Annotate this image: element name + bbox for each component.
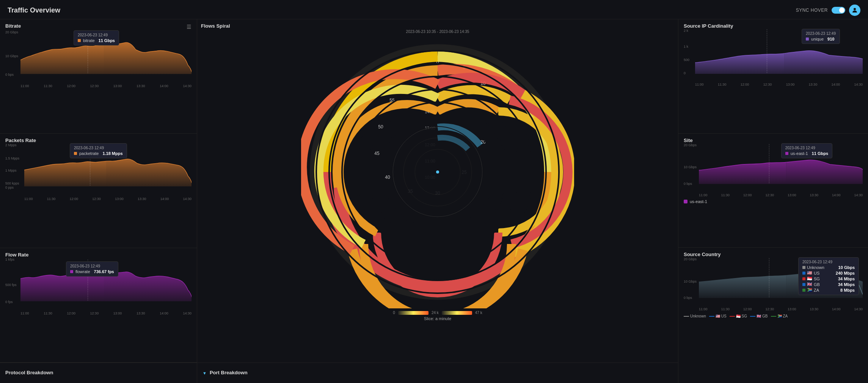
- source-ip-chart: [695, 29, 863, 74]
- packets-y-min: 0 pps: [5, 186, 14, 189]
- header-controls: SYNC HOVER: [796, 5, 860, 16]
- site-chart: [699, 143, 863, 185]
- flowrate-chart: [20, 258, 191, 303]
- bitrate-y-max: 20 Gbps: [5, 30, 18, 34]
- bitrate-chart-area: 20 Gbps 10 Gbps 0 bps: [5, 30, 191, 83]
- flowrate-y-max: 1 kfps: [5, 258, 14, 261]
- spiral-svg: 0 5 10 15 20 25 30 35 40 45 50 55 14:00 …: [301, 36, 574, 308]
- spiral-legend-mid: 24 k: [432, 311, 439, 315]
- site-x-axis: 11:0011:3012:0012:3013:0013:3014:0014:30: [684, 192, 863, 198]
- flowrate-x-axis: 11:0011:3012:0012:3013:0013:3014:0014:30: [5, 311, 191, 316]
- packets-panel: Packets Rate 2 Mpps 1.5 Mpps 1 Mpps 500 …: [0, 134, 197, 248]
- avatar[interactable]: [849, 5, 860, 16]
- sync-toggle[interactable]: [832, 7, 845, 14]
- flows-spiral-panel: Flows Spiral 2023-06-23 10:35 - 2023-06-…: [197, 19, 678, 383]
- packets-chart: [24, 143, 191, 189]
- right-column: Source IP Cardinality 2 k 1 k 500 0: [678, 19, 868, 383]
- port-breakdown-panel: ▼ Port Breakdown: [197, 363, 678, 383]
- packets-y-3: 500 kpps: [5, 181, 19, 185]
- legend-unknown: Unknown: [684, 314, 706, 318]
- svg-text:45: 45: [374, 151, 380, 156]
- left-column: Bitrate ☰ 20 Gbps 10 Gbps 0 bps: [0, 19, 197, 383]
- packets-x-axis: 11:0011:3012:0012:3013:0013:3014:0014:30: [5, 196, 191, 202]
- spiral-legend-min: 0: [393, 311, 395, 315]
- flowrate-y-min: 0 fps: [5, 300, 13, 304]
- site-legend: us-east-1: [684, 199, 863, 204]
- source-country-chart: [699, 257, 863, 299]
- spiral-legend-gradient2: [442, 311, 472, 315]
- spiral-legend: 0 24 k 47 k: [393, 311, 482, 315]
- bitrate-title: Bitrate: [5, 23, 21, 29]
- svg-text:40: 40: [385, 175, 390, 180]
- site-legend-label: us-east-1: [690, 199, 707, 204]
- bitrate-menu-icon[interactable]: ☰: [187, 24, 191, 30]
- slice-label: Slice: a minute: [424, 316, 451, 321]
- bitrate-chart: [20, 30, 191, 76]
- site-title: Site: [684, 138, 693, 143]
- protocol-title: Protocol Breakdown: [5, 370, 53, 375]
- flowrate-panel: Flow Rate 1 kfps 500 fps 0 fps: [0, 248, 197, 363]
- bitrate-y-mid: 10 Gbps: [5, 54, 18, 58]
- packets-y-1: 1.5 Mpps: [5, 156, 19, 160]
- svg-point-0: [854, 8, 856, 10]
- packets-chart-area: 2 Mpps 1.5 Mpps 1 Mpps 500 kpps 0 pps: [5, 143, 191, 196]
- port-title: Port Breakdown: [210, 370, 248, 375]
- bitrate-x-axis: 11:0011:3012:0012:3013:0013:3014:0014:30: [5, 83, 191, 89]
- protocol-breakdown-panel: Protocol Breakdown: [0, 363, 197, 383]
- site-panel: Site 20 Gbps 10 Gbps 0 bps: [678, 134, 868, 248]
- country-x-axis: 11:0011:3012:0012:3013:0013:3014:0014:30: [684, 306, 863, 312]
- packets-y-max: 2 Mpps: [5, 143, 17, 147]
- source-ip-x-axis: 11:0011:3012:0012:3013:0013:3014:0014:30: [684, 82, 863, 87]
- legend-gb: 🇬🇧 GB: [750, 314, 768, 318]
- packets-title: Packets Rate: [5, 138, 36, 143]
- source-country-panel: Source Country 20 Gbps 10 Gbps 0 bps: [678, 248, 868, 383]
- flowrate-chart-area: 1 kfps 500 fps 0 fps: [5, 258, 191, 311]
- country-chart-area: 20 Gbps 10 Gbps 0 bps: [684, 257, 863, 306]
- svg-point-36: [436, 170, 439, 174]
- flowrate-title: Flow Rate: [5, 252, 28, 258]
- country-legend: Unknown 🇺🇸 US 🇸🇬 SG 🇬🇧 GB: [684, 314, 863, 318]
- header: Traffic Overview SYNC HOVER: [0, 0, 868, 19]
- spiral-legend-max: 47 k: [475, 311, 482, 315]
- source-ip-chart-area: 2 k 1 k 500 0: [684, 29, 863, 82]
- legend-us: 🇺🇸 US: [709, 314, 727, 318]
- site-chart-area: 20 Gbps 10 Gbps 0 bps: [684, 143, 863, 192]
- bitrate-y-min: 0 bps: [5, 73, 14, 77]
- legend-sg: 🇸🇬 SG: [730, 314, 747, 318]
- source-ip-panel: Source IP Cardinality 2 k 1 k 500 0: [678, 19, 868, 134]
- flows-spiral-title: Flows Spiral: [201, 23, 230, 29]
- packets-y-2: 1 Mpps: [5, 169, 17, 172]
- main-grid: Bitrate ☰ 20 Gbps 10 Gbps 0 bps: [0, 19, 868, 383]
- legend-za: 🇿🇦 ZA: [771, 314, 788, 318]
- source-country-title: Source Country: [684, 252, 721, 257]
- page-title: Traffic Overview: [8, 6, 60, 14]
- spiral-legend-gradient: [398, 311, 429, 315]
- site-legend-dot: [684, 200, 687, 203]
- filter-icon: ▼: [202, 371, 207, 375]
- flows-date-range: 2023-06-23 10:35 - 2023-06-23 14:35: [406, 30, 469, 34]
- bitrate-panel: Bitrate ☰ 20 Gbps 10 Gbps 0 bps: [0, 19, 197, 134]
- spiral-container: 0 5 10 15 20 25 30 35 40 45 50 55 14:00 …: [301, 36, 574, 308]
- sync-label: SYNC HOVER: [796, 8, 828, 13]
- source-ip-title: Source IP Cardinality: [684, 23, 733, 29]
- flowrate-y-mid: 500 fps: [5, 283, 17, 287]
